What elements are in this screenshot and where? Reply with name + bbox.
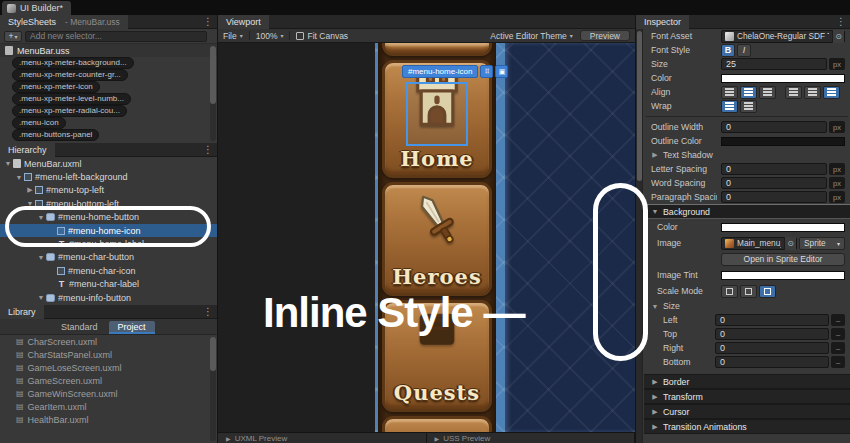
kebab-menu-icon[interactable]: ⋮: [203, 306, 213, 317]
uss-file-row[interactable]: MenuBar.uss: [0, 44, 217, 57]
uxml-preview-bar[interactable]: ▶ UXML Preview: [218, 433, 427, 443]
menu-button-heroes[interactable]: Heroes: [382, 182, 492, 296]
hierarchy-item-menu-home-label[interactable]: T #menu-home-label: [0, 237, 217, 250]
text-shadow-foldout[interactable]: ▶ Text Shadow: [644, 148, 850, 162]
slice-right-input[interactable]: 0: [715, 342, 829, 354]
object-picker-icon[interactable]: ⊙: [784, 237, 796, 250]
add-selector-button[interactable]: + ▾: [4, 31, 22, 42]
align-top-button[interactable]: [785, 86, 802, 99]
image-type-dropdown[interactable]: Sprite ▾: [799, 237, 845, 250]
wrap-on-button[interactable]: [721, 100, 738, 113]
expander-icon[interactable]: ▶: [25, 186, 35, 194]
uss-selector[interactable]: .menu-xp-meter-counter-gr...: [12, 69, 128, 81]
scale-mode-stretch-button[interactable]: [721, 285, 738, 298]
slice-top-input[interactable]: 0: [715, 328, 829, 340]
section-transition-animations[interactable]: ▶ Transition Animations: [644, 419, 850, 434]
background-image-field[interactable]: Main_menu_icon ⊙: [721, 237, 797, 250]
expander-icon[interactable]: ▼: [14, 174, 24, 181]
library-tab[interactable]: Library: [0, 305, 44, 319]
font-size-input[interactable]: 25: [721, 58, 827, 70]
scrollbar-thumb[interactable]: [637, 31, 642, 181]
font-size-unit-dropdown[interactable]: px: [829, 58, 845, 70]
outline-color-swatch[interactable]: [721, 137, 845, 146]
uss-selector[interactable]: .menu-xp-meter-icon: [12, 81, 100, 93]
expander-icon[interactable]: ▼: [25, 200, 35, 207]
object-picker-icon[interactable]: ⊙: [832, 30, 844, 43]
inspector-scrollbar[interactable]: [636, 29, 643, 443]
section-cursor[interactable]: ▶ Cursor: [644, 404, 850, 419]
expander-icon[interactable]: ▼: [36, 254, 46, 261]
word-spacing-input[interactable]: 0: [721, 177, 827, 189]
expander-icon[interactable]: ▼: [3, 160, 13, 167]
open-sprite-editor-button[interactable]: Open in Sprite Editor: [721, 253, 845, 266]
tab-project[interactable]: Project: [109, 321, 155, 334]
uss-selector[interactable]: .menu-icon: [12, 117, 66, 129]
slice-bottom-input[interactable]: 0: [715, 356, 829, 368]
zoom-dropdown[interactable]: 100% ▾: [256, 31, 284, 41]
scrollbar-thumb[interactable]: [210, 337, 216, 371]
hierarchy-item-menu-top-left[interactable]: ▶ #menu-top-left: [0, 184, 217, 197]
stylesheets-scrollbar[interactable]: [210, 46, 216, 141]
viewport-canvas[interactable]: Home Heroes: [218, 43, 635, 432]
uss-selector[interactable]: .menu-buttons-panel: [12, 129, 99, 141]
library-item[interactable]: ▤HealthBar.uxml: [0, 413, 217, 426]
library-item[interactable]: ▤GameScreen.uxml: [0, 374, 217, 387]
slice-top-unit-dropdown[interactable]: –: [831, 328, 845, 340]
drag-handle-icon[interactable]: ⠿: [480, 65, 493, 78]
font-color-swatch[interactable]: [721, 74, 845, 83]
library-item[interactable]: ▤GameWinScreen.uxml: [0, 387, 217, 400]
slice-bottom-unit-dropdown[interactable]: –: [831, 356, 845, 368]
word-spacing-unit-dropdown[interactable]: px: [829, 177, 845, 189]
uss-selector[interactable]: .menu-xp-meter-level-numb...: [12, 93, 131, 105]
scrollbar-thumb[interactable]: [210, 46, 216, 104]
library-item[interactable]: ▤CharStatsPanel.uxml: [0, 348, 217, 361]
hierarchy-item-menu-char-label[interactable]: T #menu-char-label: [0, 278, 217, 291]
fit-canvas-button[interactable]: Fit Canvas: [296, 31, 348, 41]
hierarchy-item-menu-bottom-left[interactable]: ▼ #menu-bottom-left: [0, 197, 217, 210]
hierarchy-item-menu-home-button[interactable]: ▼ #menu-home-button: [0, 211, 217, 224]
hierarchy-item-menubar-uxml[interactable]: ▼ MenuBar.uxml: [0, 157, 217, 170]
hierarchy-item-menu-char-button[interactable]: ▼ #menu-char-button: [0, 251, 217, 264]
menu-button-quests[interactable]: Quests: [382, 300, 492, 412]
menu-tile-partial-bottom[interactable]: [382, 416, 492, 432]
edit-box-icon[interactable]: ▣: [495, 65, 508, 78]
slice-size-foldout[interactable]: ▼ Size: [644, 299, 850, 313]
viewport-tab[interactable]: Viewport: [218, 15, 269, 29]
selection-box[interactable]: [406, 82, 468, 146]
kebab-menu-icon[interactable]: ⋮: [836, 16, 846, 27]
align-left-button[interactable]: [721, 86, 738, 99]
slice-left-input[interactable]: 0: [715, 314, 829, 326]
expander-icon[interactable]: ▼: [36, 294, 46, 301]
selected-element-chip[interactable]: #menu-home-icon: [402, 65, 478, 78]
add-selector-input[interactable]: Add new selector...: [25, 31, 207, 42]
preview-toggle[interactable]: Preview: [580, 30, 630, 41]
italic-button[interactable]: I: [737, 44, 751, 57]
hierarchy-item-menu-home-icon[interactable]: #menu-home-icon: [0, 224, 217, 237]
wrap-off-button[interactable]: [740, 100, 757, 113]
section-transform[interactable]: ▶ Transform: [644, 389, 850, 404]
image-tint-swatch[interactable]: [721, 271, 845, 280]
bold-button[interactable]: B: [721, 44, 735, 57]
paragraph-spacing-input[interactable]: 0: [721, 191, 827, 203]
font-asset-field[interactable]: ChelaOne-Regular SDF T (F ⊙: [721, 30, 845, 43]
align-bottom-button[interactable]: [823, 86, 840, 99]
uss-selector[interactable]: .menu-xp-meter-background...: [12, 57, 134, 69]
hierarchy-tab[interactable]: Hierarchy: [0, 143, 55, 157]
scale-mode-fit-button[interactable]: [740, 285, 757, 298]
kebab-menu-icon[interactable]: ⋮: [203, 144, 213, 155]
uss-selector[interactable]: .menu-xp-meter-radial-cou...: [12, 105, 127, 117]
kebab-menu-icon[interactable]: ⋮: [203, 16, 213, 27]
hierarchy-item-menu-char-icon[interactable]: #menu-char-icon: [0, 264, 217, 277]
stylesheets-tab[interactable]: StyleSheets - MenuBar.uss: [0, 15, 128, 29]
slice-right-unit-dropdown[interactable]: –: [831, 342, 845, 354]
align-center-button[interactable]: [740, 86, 757, 99]
hierarchy-item-menu-info-button[interactable]: ▼ #menu-info-button: [0, 291, 217, 304]
expander-icon[interactable]: ▼: [36, 214, 46, 221]
library-item[interactable]: ▤CharScreen.uxml: [0, 335, 217, 348]
tab-standard[interactable]: Standard: [52, 321, 107, 334]
inspector-tab[interactable]: Inspector: [636, 15, 689, 29]
section-background[interactable]: ▼ Background: [644, 204, 850, 219]
outline-width-input[interactable]: 0: [721, 121, 827, 133]
align-middle-button[interactable]: [804, 86, 821, 99]
section-border[interactable]: ▶ Border: [644, 374, 850, 389]
